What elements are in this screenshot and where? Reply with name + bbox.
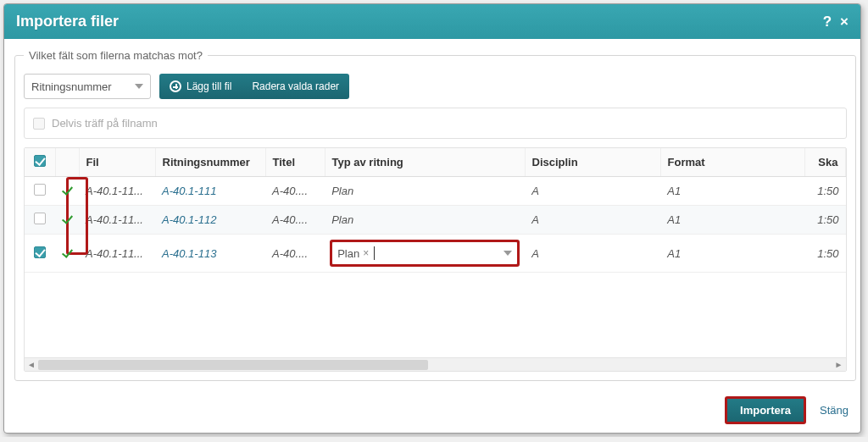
type-tag-input[interactable]: Plan × [331,241,518,265]
import-files-dialog: Importera filer ? × Vilket fält som file… [3,3,861,434]
status-header [55,148,79,177]
add-file-label: Lägg till fil [186,80,231,92]
scroll-left-icon[interactable]: ◄ [26,360,36,370]
cell-fil: A-40.1-11... [79,206,155,235]
row-checkbox[interactable] [34,213,46,224]
cell-titel: A-40.... [265,235,325,273]
cell-ritningsnummer[interactable]: A-40.1-111 [162,185,216,197]
partial-match-filter: Delvis träff på filnamn [24,108,847,139]
match-field-select[interactable]: Ritningsnummer [24,74,151,99]
cell-ska[interactable]: 1:50 [804,177,845,206]
close-link[interactable]: Stäng [820,404,849,417]
type-tag: Plan × [337,247,369,260]
cell-disciplin[interactable]: A [525,177,660,206]
cell-titel: A-40.... [265,206,325,235]
toolbar: Ritningsnummer Lägg till fil Radera vald… [24,74,847,99]
table-header-row: Fil Ritningsnummer Titel Typ av ritning … [25,148,845,177]
match-field-select-value: Ritningsnummer [31,80,112,93]
type-tag-label: Plan [337,247,359,260]
partial-match-checkbox [33,118,45,130]
cell-disciplin[interactable]: A [525,206,660,235]
chevron-down-icon[interactable] [504,251,512,256]
chevron-down-icon [135,84,143,89]
cell-fil: A-40.1-11... [79,235,155,273]
dialog-titlebar: Importera filer ? × [4,4,860,39]
plus-circle-icon [170,80,181,92]
cell-ska[interactable]: 1:50 [804,235,845,273]
cell-disciplin[interactable]: A [525,235,660,273]
help-icon[interactable]: ? [823,14,832,30]
select-all-checkbox[interactable] [34,155,46,167]
table-row[interactable]: A-40.1-11... A-40.1-113 A-40.... Plan × [25,235,846,273]
header-disciplin[interactable]: Disciplin [525,148,660,177]
add-file-button[interactable]: Lägg till fil [159,74,242,99]
cell-typ[interactable]: Plan [325,206,525,235]
row-checkbox[interactable] [34,184,46,196]
checkmark-icon [61,184,72,196]
cell-ska[interactable]: 1:50 [804,206,845,235]
horizontal-scrollbar[interactable]: ◄ ► [25,357,846,371]
header-typ[interactable]: Typ av ritning [325,148,525,177]
cell-typ-editing[interactable]: Plan × [325,235,525,273]
dialog-footer: Importera Stäng [4,388,860,433]
partial-match-label: Delvis träff på filnamn [52,117,158,130]
import-button-label: Importera [740,404,791,417]
header-ska[interactable]: Ska [804,148,845,177]
cell-typ[interactable]: Plan [325,177,525,206]
header-ritningsnummer[interactable]: Ritningsnummer [155,148,265,177]
cell-format[interactable]: A1 [660,235,804,273]
delete-rows-label: Radera valda rader [252,80,339,92]
match-fieldset: Vilket fält som filerna matchas mot? Rit… [14,49,856,381]
files-table: Fil Ritningsnummer Titel Typ av ritning … [24,147,847,372]
cell-format[interactable]: A1 [660,206,804,235]
header-titel[interactable]: Titel [265,148,325,177]
scrollbar-thumb[interactable] [38,360,428,370]
dialog-title: Importera filer [16,13,119,30]
cell-ritningsnummer[interactable]: A-40.1-112 [162,213,216,226]
checkmark-icon [61,246,72,258]
fieldset-legend: Vilket fält som filerna matchas mot? [24,49,208,62]
text-cursor [374,246,375,260]
remove-tag-icon[interactable]: × [363,247,369,259]
cell-titel: A-40.... [265,177,325,206]
import-button[interactable]: Importera [726,398,804,423]
row-checkbox[interactable] [34,246,46,258]
cell-fil: A-40.1-11... [79,177,155,206]
delete-selected-rows-button[interactable]: Radera valda rader [242,74,349,99]
header-format[interactable]: Format [660,148,804,177]
close-icon[interactable]: × [840,14,849,30]
scroll-right-icon[interactable]: ► [834,360,844,370]
header-fil[interactable]: Fil [79,148,155,177]
checkmark-icon [61,213,72,224]
cell-ritningsnummer[interactable]: A-40.1-113 [162,247,216,260]
table-row[interactable]: A-40.1-11... A-40.1-111 A-40.... Plan A … [25,177,846,206]
cell-format[interactable]: A1 [660,177,804,206]
table-row[interactable]: A-40.1-11... A-40.1-112 A-40.... Plan A … [25,206,846,235]
